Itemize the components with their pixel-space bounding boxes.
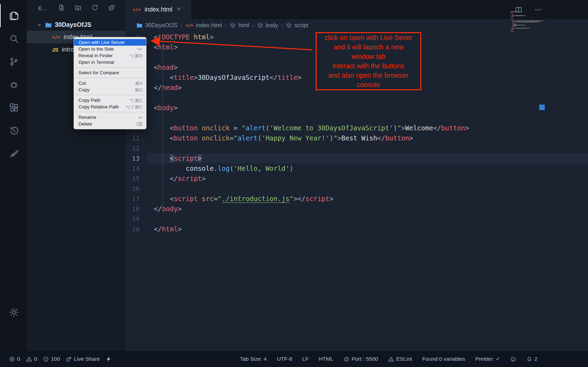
settings-gear-icon[interactable]	[0, 301, 27, 324]
breadcrumb-separator: ›	[252, 22, 254, 28]
menu-item-label: Delete	[78, 121, 132, 127]
status-tab-size-4[interactable]: Tab Size: 4	[240, 356, 267, 362]
code-line-16[interactable]: 16	[126, 184, 588, 194]
menu-item-copy[interactable]: Copy⌘C	[74, 86, 146, 93]
breadcrumb-separator: ›	[281, 22, 283, 28]
menu-item-select-for-compare[interactable]: Select for Compare	[74, 69, 146, 76]
activity-explorer-icon[interactable]	[0, 4, 27, 27]
cube-symbol-icon	[257, 22, 263, 28]
status-found-0-variables[interactable]: Found 0 variables	[422, 356, 465, 362]
status-utf-8[interactable]: UTF-8	[277, 356, 292, 362]
line-content	[147, 184, 588, 194]
menu-item-label: Open in Terminal	[78, 60, 143, 65]
error-icon	[9, 356, 15, 362]
status-label: Found 0 variables	[422, 356, 465, 362]
status-label: 2	[534, 356, 537, 362]
explorer-header-label: E...	[38, 5, 46, 11]
activity-extensions-icon[interactable]	[0, 96, 27, 119]
activity-history-icon[interactable]	[0, 119, 27, 142]
breadcrumb-item-index.html[interactable]: </>index.html	[186, 22, 222, 29]
breadcrumb-item-body[interactable]: body	[257, 22, 278, 29]
menu-item-copy-path[interactable]: Copy Path⌥⌘C	[74, 97, 146, 104]
status-html[interactable]: HTML	[319, 356, 333, 362]
status-label: HTML	[319, 356, 333, 362]
status-prettier-[interactable]: Prettier: ✓	[475, 356, 500, 362]
close-icon[interactable]	[176, 6, 181, 13]
code-line-19[interactable]: 19	[126, 214, 588, 224]
new-file-icon[interactable]	[58, 4, 65, 12]
menu-item-reveal-in-finder[interactable]: Reveal in Finder⌥⌘R	[74, 52, 146, 59]
new-folder-icon[interactable]	[75, 4, 82, 12]
code-line-9[interactable]: 9	[126, 113, 588, 123]
code-line-8[interactable]: 8<body>	[126, 103, 588, 113]
activity-source-control-icon[interactable]	[0, 50, 27, 73]
lightning-icon	[106, 356, 112, 362]
status-lf[interactable]: LF	[302, 356, 309, 362]
code-line-11[interactable]: 11 <button onclick="alert('Happy New Yea…	[126, 133, 588, 143]
status-eslint[interactable]: ESLint	[388, 356, 412, 362]
breadcrumb-item-html[interactable]: html	[230, 22, 249, 29]
tab-index-html[interactable]: </> index.html	[126, 0, 192, 19]
line-content	[147, 113, 588, 123]
code-file-icon: </>	[186, 23, 194, 28]
code-line-7[interactable]: 7	[126, 93, 588, 103]
line-number: 14	[126, 163, 147, 174]
code-line-13[interactable]: 13 <script>	[126, 153, 588, 163]
cube-symbol-icon	[286, 22, 292, 28]
breadcrumb-item-script[interactable]: script	[286, 22, 308, 29]
annotation-text-line: console	[317, 80, 420, 90]
menu-item-rename[interactable]: Rename↩	[74, 114, 146, 121]
status-live-share[interactable]: Live Share	[66, 356, 100, 362]
status-100[interactable]: 100	[43, 356, 60, 362]
menu-item-open-in-terminal[interactable]: Open in Terminal	[74, 59, 146, 66]
collapse-all-icon[interactable]	[108, 4, 115, 12]
breadcrumb-label: script	[294, 22, 308, 29]
menu-item-copy-relative-path[interactable]: Copy Relative Path⌥⇧⌘C	[74, 104, 146, 110]
line-number: 15	[126, 174, 147, 184]
code-line-10[interactable]: 10 <button onclick = "alert('Welcome to …	[126, 123, 588, 133]
line-content: </html>	[147, 224, 588, 234]
status-0[interactable]: 0	[9, 356, 20, 362]
status-lightning-icon[interactable]	[106, 356, 112, 362]
vscode-window: E... 30DaysOfJS </>index.htmlJSintroduct…	[0, 0, 588, 367]
breadcrumb-label: body	[266, 22, 278, 29]
cube-symbol-icon	[230, 22, 236, 28]
code-line-14[interactable]: 14 console.log('Hello, World')	[126, 163, 588, 174]
code-line-15[interactable]: 15 </script>	[126, 174, 588, 184]
chevron-down-icon	[37, 22, 42, 28]
menu-item-label: Open to the Side	[78, 46, 132, 52]
menu-item-label: Copy Path	[78, 98, 125, 103]
menu-item-open-with-live-server[interactable]: Open with Live Server	[74, 39, 146, 46]
menu-item-delete[interactable]: Delete⌫	[74, 121, 146, 127]
refresh-icon[interactable]	[91, 4, 98, 12]
activity-search-icon[interactable]	[0, 27, 27, 50]
status-0[interactable]: 0	[26, 356, 37, 362]
status-label: 0	[34, 356, 37, 362]
minimap[interactable]	[511, 11, 543, 32]
code-line-17[interactable]: 17 <script src="./introduction.js"></scr…	[126, 194, 588, 204]
code-line-18[interactable]: 18</body>	[126, 204, 588, 214]
menu-item-cut[interactable]: Cut⌘X	[74, 80, 146, 86]
line-content: <button onclick="alert('Happy New Year!'…	[147, 133, 588, 143]
annotation-text-line: and it will launch a new	[317, 43, 420, 52]
status-smiley-icon[interactable]	[510, 356, 516, 362]
status-2[interactable]: 2	[526, 356, 537, 362]
menu-item-label: Copy	[78, 87, 130, 92]
line-content	[147, 143, 588, 153]
status-label: Tab Size: 4	[240, 356, 267, 362]
status-label: 0	[17, 356, 20, 362]
menu-item-open-to-the-side[interactable]: Open to the Side^↵	[74, 46, 146, 52]
code-line-20[interactable]: 20</html>	[126, 224, 588, 234]
live-share-icon	[66, 356, 72, 362]
line-number: 17	[126, 194, 147, 204]
line-number: 13	[126, 153, 147, 163]
project-folder-row[interactable]: 30DaysOfJS	[27, 19, 126, 31]
activity-feedback-icon[interactable]	[0, 142, 27, 165]
status-port-5500[interactable]: Port : 5500	[344, 356, 378, 362]
status-label: Prettier: ✓	[475, 356, 500, 362]
line-content	[147, 214, 588, 224]
breadcrumb-item-30DaysOfJS[interactable]: 30DaysOfJS	[136, 22, 178, 29]
scrollbar-marker[interactable]	[539, 105, 545, 110]
code-line-12[interactable]: 12	[126, 143, 588, 153]
activity-debug-icon[interactable]	[0, 73, 27, 96]
